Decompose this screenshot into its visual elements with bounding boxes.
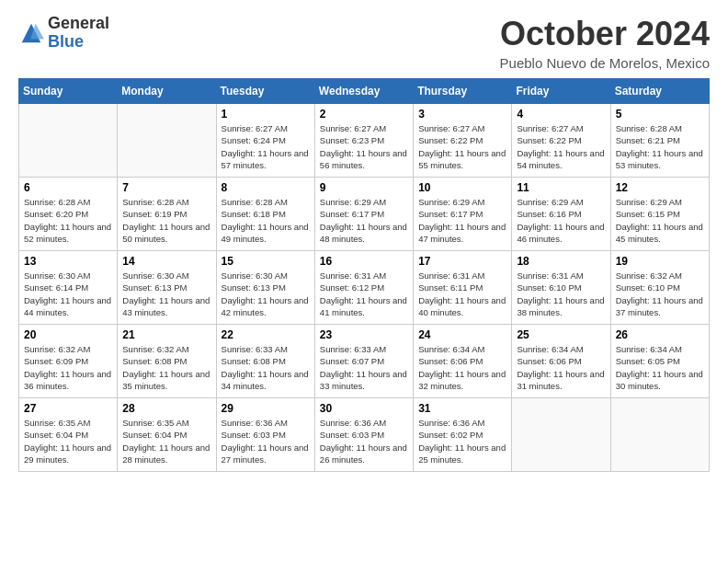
weekday-header-monday: Monday xyxy=(118,79,216,104)
day-info: Sunrise: 6:30 AMSunset: 6:13 PMDaylight:… xyxy=(122,270,210,318)
day-info: Sunrise: 6:32 AMSunset: 6:08 PMDaylight:… xyxy=(122,343,210,392)
month-title: October 2024 xyxy=(500,15,710,53)
calendar-cell: 31Sunrise: 6:36 AMSunset: 6:02 PMDayligh… xyxy=(414,398,512,472)
day-info: Sunrise: 6:31 AMSunset: 6:11 PMDaylight:… xyxy=(418,270,506,318)
day-info: Sunrise: 6:30 AMSunset: 6:14 PMDaylight:… xyxy=(24,270,112,318)
calendar-cell: 19Sunrise: 6:32 AMSunset: 6:10 PMDayligh… xyxy=(610,251,709,325)
day-number: 16 xyxy=(320,255,408,268)
calendar-cell: 16Sunrise: 6:31 AMSunset: 6:12 PMDayligh… xyxy=(314,251,413,325)
day-number: 24 xyxy=(418,328,506,341)
day-number: 7 xyxy=(122,181,210,194)
calendar-cell xyxy=(118,104,216,178)
calendar-cell: 21Sunrise: 6:32 AMSunset: 6:08 PMDayligh… xyxy=(118,325,216,398)
day-info: Sunrise: 6:32 AMSunset: 6:09 PMDaylight:… xyxy=(24,343,112,392)
calendar-cell: 1Sunrise: 6:27 AMSunset: 6:24 PMDaylight… xyxy=(216,104,314,178)
day-number: 19 xyxy=(616,255,704,268)
day-info: Sunrise: 6:36 AMSunset: 6:02 PMDaylight:… xyxy=(418,417,506,465)
day-number: 11 xyxy=(517,181,605,194)
day-info: Sunrise: 6:34 AMSunset: 6:05 PMDaylight:… xyxy=(616,343,704,392)
day-info: Sunrise: 6:34 AMSunset: 6:06 PMDaylight:… xyxy=(517,343,605,392)
day-info: Sunrise: 6:29 AMSunset: 6:16 PMDaylight:… xyxy=(517,196,605,245)
calendar-cell: 7Sunrise: 6:28 AMSunset: 6:19 PMDaylight… xyxy=(118,178,216,251)
day-number: 8 xyxy=(222,181,310,194)
calendar-cell: 12Sunrise: 6:29 AMSunset: 6:15 PMDayligh… xyxy=(610,178,709,251)
calendar-cell: 25Sunrise: 6:34 AMSunset: 6:06 PMDayligh… xyxy=(512,325,610,398)
day-number: 22 xyxy=(222,328,310,341)
calendar-cell xyxy=(19,104,118,178)
calendar-cell: 27Sunrise: 6:35 AMSunset: 6:04 PMDayligh… xyxy=(19,398,118,472)
day-info: Sunrise: 6:27 AMSunset: 6:23 PMDaylight:… xyxy=(320,122,408,171)
day-number: 14 xyxy=(122,255,210,268)
day-number: 25 xyxy=(517,328,605,341)
title-area: October 2024 Pueblo Nuevo de Morelos, Me… xyxy=(500,15,710,71)
day-info: Sunrise: 6:31 AMSunset: 6:12 PMDaylight:… xyxy=(320,270,408,318)
calendar-cell: 13Sunrise: 6:30 AMSunset: 6:14 PMDayligh… xyxy=(19,251,118,325)
day-info: Sunrise: 6:31 AMSunset: 6:10 PMDaylight:… xyxy=(517,270,605,318)
day-info: Sunrise: 6:36 AMSunset: 6:03 PMDaylight:… xyxy=(222,417,310,465)
day-info: Sunrise: 6:35 AMSunset: 6:04 PMDaylight:… xyxy=(24,417,112,465)
day-info: Sunrise: 6:28 AMSunset: 6:19 PMDaylight:… xyxy=(122,196,210,245)
calendar-cell: 30Sunrise: 6:36 AMSunset: 6:03 PMDayligh… xyxy=(314,398,413,472)
day-info: Sunrise: 6:30 AMSunset: 6:13 PMDaylight:… xyxy=(222,270,310,318)
day-number: 6 xyxy=(24,181,112,194)
calendar-cell: 10Sunrise: 6:29 AMSunset: 6:17 PMDayligh… xyxy=(414,178,512,251)
logo-text: General Blue xyxy=(48,15,109,52)
calendar-cell: 6Sunrise: 6:28 AMSunset: 6:20 PMDaylight… xyxy=(19,178,118,251)
calendar-cell: 29Sunrise: 6:36 AMSunset: 6:03 PMDayligh… xyxy=(216,398,314,472)
day-number: 4 xyxy=(517,108,605,121)
calendar-cell: 11Sunrise: 6:29 AMSunset: 6:16 PMDayligh… xyxy=(512,178,610,251)
day-info: Sunrise: 6:29 AMSunset: 6:15 PMDaylight:… xyxy=(616,196,704,245)
day-info: Sunrise: 6:27 AMSunset: 6:22 PMDaylight:… xyxy=(517,122,605,171)
day-info: Sunrise: 6:28 AMSunset: 6:20 PMDaylight:… xyxy=(24,196,112,245)
location-title: Pueblo Nuevo de Morelos, Mexico xyxy=(500,55,710,71)
weekday-header-thursday: Thursday xyxy=(414,79,512,104)
day-number: 28 xyxy=(122,402,210,415)
day-number: 2 xyxy=(320,108,408,121)
day-number: 1 xyxy=(222,108,310,121)
calendar-cell: 15Sunrise: 6:30 AMSunset: 6:13 PMDayligh… xyxy=(216,251,314,325)
day-info: Sunrise: 6:27 AMSunset: 6:24 PMDaylight:… xyxy=(222,122,310,171)
calendar-cell: 22Sunrise: 6:33 AMSunset: 6:08 PMDayligh… xyxy=(216,325,314,398)
calendar-cell: 5Sunrise: 6:28 AMSunset: 6:21 PMDaylight… xyxy=(610,104,709,178)
day-info: Sunrise: 6:33 AMSunset: 6:07 PMDaylight:… xyxy=(320,343,408,392)
calendar-cell: 23Sunrise: 6:33 AMSunset: 6:07 PMDayligh… xyxy=(314,325,413,398)
weekday-header-saturday: Saturday xyxy=(610,79,709,104)
day-number: 30 xyxy=(320,402,408,415)
weekday-header-friday: Friday xyxy=(512,79,610,104)
logo-blue: Blue xyxy=(48,32,84,51)
day-number: 27 xyxy=(24,402,112,415)
calendar-cell: 9Sunrise: 6:29 AMSunset: 6:17 PMDaylight… xyxy=(314,178,413,251)
calendar-cell: 26Sunrise: 6:34 AMSunset: 6:05 PMDayligh… xyxy=(610,325,709,398)
day-number: 31 xyxy=(418,402,506,415)
calendar-cell xyxy=(610,398,709,472)
day-number: 29 xyxy=(222,402,310,415)
calendar-cell: 20Sunrise: 6:32 AMSunset: 6:09 PMDayligh… xyxy=(19,325,118,398)
logo-general: General xyxy=(48,14,109,32)
day-info: Sunrise: 6:32 AMSunset: 6:10 PMDaylight:… xyxy=(616,270,704,318)
day-number: 26 xyxy=(616,328,704,341)
weekday-header-sunday: Sunday xyxy=(19,79,118,104)
day-info: Sunrise: 6:29 AMSunset: 6:17 PMDaylight:… xyxy=(418,196,506,245)
logo-icon xyxy=(18,20,44,46)
day-number: 13 xyxy=(24,255,112,268)
day-number: 9 xyxy=(320,181,408,194)
weekday-header-tuesday: Tuesday xyxy=(216,79,314,104)
calendar-cell: 18Sunrise: 6:31 AMSunset: 6:10 PMDayligh… xyxy=(512,251,610,325)
calendar-table: SundayMondayTuesdayWednesdayThursdayFrid… xyxy=(18,78,710,472)
day-number: 15 xyxy=(222,255,310,268)
day-number: 21 xyxy=(122,328,210,341)
calendar-cell: 17Sunrise: 6:31 AMSunset: 6:11 PMDayligh… xyxy=(414,251,512,325)
calendar-cell: 4Sunrise: 6:27 AMSunset: 6:22 PMDaylight… xyxy=(512,104,610,178)
day-number: 17 xyxy=(418,255,506,268)
weekday-header-wednesday: Wednesday xyxy=(314,79,413,104)
calendar-cell: 3Sunrise: 6:27 AMSunset: 6:22 PMDaylight… xyxy=(414,104,512,178)
day-number: 23 xyxy=(320,328,408,341)
day-info: Sunrise: 6:28 AMSunset: 6:21 PMDaylight:… xyxy=(616,122,704,171)
day-number: 12 xyxy=(616,181,704,194)
day-number: 5 xyxy=(616,108,704,121)
day-number: 3 xyxy=(418,108,506,121)
day-number: 20 xyxy=(24,328,112,341)
day-info: Sunrise: 6:29 AMSunset: 6:17 PMDaylight:… xyxy=(320,196,408,245)
day-info: Sunrise: 6:33 AMSunset: 6:08 PMDaylight:… xyxy=(222,343,310,392)
day-info: Sunrise: 6:28 AMSunset: 6:18 PMDaylight:… xyxy=(222,196,310,245)
